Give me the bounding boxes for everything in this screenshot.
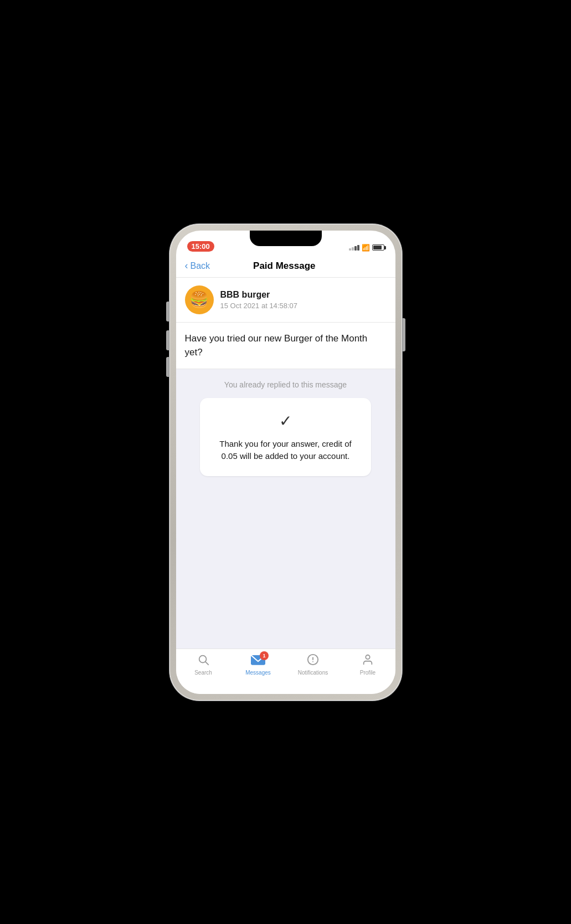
profile-tab-label: Profile xyxy=(360,670,375,676)
reply-section: You already replied to this message ✓ Th… xyxy=(176,369,395,649)
tab-search[interactable]: Search xyxy=(176,654,231,676)
reply-card: ✓ Thank you for your answer, credit of 0… xyxy=(200,398,371,476)
thank-you-text: Thank you for your answer, credit of 0.0… xyxy=(213,438,358,463)
tab-messages[interactable]: 1 Messages xyxy=(231,654,286,676)
avatar-emoji: 🍔 xyxy=(189,290,209,309)
tab-bar: Search 1 Messages xyxy=(176,649,395,694)
page-title: Paid Message xyxy=(210,261,358,272)
messages-tab-icon-wrap: 1 xyxy=(251,654,265,668)
message-content: Have you tried our new Burger of the Mon… xyxy=(176,323,395,369)
search-tab-icon-wrap xyxy=(197,654,209,668)
navigation-bar: ‹ Back Paid Message xyxy=(176,255,395,278)
search-icon xyxy=(197,654,209,668)
back-label: Back xyxy=(191,261,210,271)
battery-icon xyxy=(372,244,384,251)
signal-icon xyxy=(349,245,359,251)
search-tab-label: Search xyxy=(194,670,212,676)
svg-point-7 xyxy=(366,655,369,658)
checkmark-icon: ✓ xyxy=(279,413,292,429)
status-time: 15:00 xyxy=(187,241,214,252)
notifications-tab-icon-wrap xyxy=(307,654,319,668)
sender-name: BBB burger xyxy=(220,290,298,300)
sender-info: BBB burger 15 Oct 2021 at 14:58:07 xyxy=(220,290,298,310)
messages-badge: 1 xyxy=(260,651,269,660)
sender-row: 🍔 BBB burger 15 Oct 2021 at 14:58:07 xyxy=(176,278,395,323)
phone-screen: 15:00 📶 ‹ Back Paid Message xyxy=(176,231,395,694)
tab-profile[interactable]: Profile xyxy=(341,654,395,676)
status-icons: 📶 xyxy=(349,244,384,252)
sender-timestamp: 15 Oct 2021 at 14:58:07 xyxy=(220,302,298,310)
tab-notifications[interactable]: Notifications xyxy=(286,654,341,676)
message-body: Have you tried our new Burger of the Mon… xyxy=(185,331,387,360)
messages-tab-label: Messages xyxy=(245,670,271,676)
wifi-icon: 📶 xyxy=(362,244,370,252)
already-replied-label: You already replied to this message xyxy=(224,380,347,389)
notch xyxy=(250,231,322,246)
avatar: 🍔 xyxy=(185,285,214,314)
notifications-tab-label: Notifications xyxy=(298,670,328,676)
notifications-icon xyxy=(307,654,319,668)
profile-icon xyxy=(362,654,374,668)
svg-line-1 xyxy=(205,662,208,665)
phone-frame: 15:00 📶 ‹ Back Paid Message xyxy=(169,224,402,701)
chevron-left-icon: ‹ xyxy=(185,261,188,270)
back-button[interactable]: ‹ Back xyxy=(185,261,210,271)
profile-tab-icon-wrap xyxy=(362,654,374,668)
